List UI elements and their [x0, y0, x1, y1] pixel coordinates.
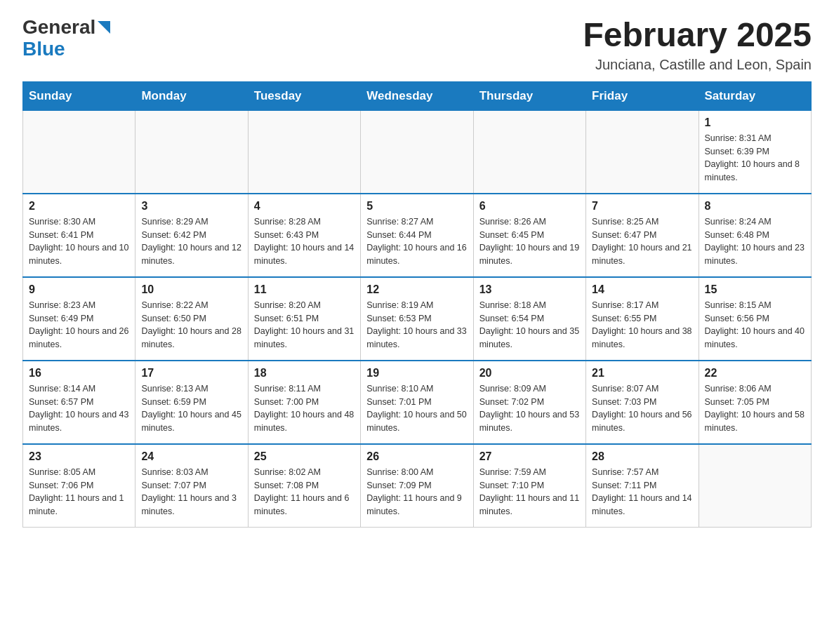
day-number: 25 — [254, 450, 355, 463]
day-info: Sunrise: 8:23 AM Sunset: 6:49 PM Dayligh… — [29, 299, 129, 351]
logo-blue: Blue — [22, 39, 65, 60]
day-info: Sunrise: 8:26 AM Sunset: 6:45 PM Dayligh… — [479, 215, 580, 268]
page-header: General Blue February 2025 Junciana, Cas… — [22, 17, 812, 73]
day-number: 16 — [29, 367, 129, 380]
day-number: 10 — [141, 283, 241, 296]
logo-triangle-icon — [98, 21, 110, 34]
calendar-day-cell: 5Sunrise: 8:27 AM Sunset: 6:44 PM Daylig… — [361, 194, 473, 277]
day-number: 13 — [479, 283, 580, 296]
calendar-week-row: 1Sunrise: 8:31 AM Sunset: 6:39 PM Daylig… — [23, 110, 812, 194]
calendar-day-cell: 20Sunrise: 8:09 AM Sunset: 7:02 PM Dayli… — [473, 361, 585, 444]
calendar-day-cell — [699, 444, 811, 528]
calendar-day-cell: 28Sunrise: 7:57 AM Sunset: 7:11 PM Dayli… — [586, 444, 699, 528]
calendar-day-cell: 27Sunrise: 7:59 AM Sunset: 7:10 PM Dayli… — [473, 444, 585, 528]
calendar-day-cell: 14Sunrise: 8:17 AM Sunset: 6:55 PM Dayli… — [586, 277, 699, 361]
day-number: 20 — [479, 367, 580, 380]
calendar-day-cell: 11Sunrise: 8:20 AM Sunset: 6:51 PM Dayli… — [248, 277, 360, 361]
day-number: 28 — [592, 450, 692, 463]
day-number: 17 — [141, 367, 241, 380]
calendar-day-cell: 23Sunrise: 8:05 AM Sunset: 7:06 PM Dayli… — [23, 444, 135, 528]
calendar-day-cell: 12Sunrise: 8:19 AM Sunset: 6:53 PM Dayli… — [361, 277, 473, 361]
day-of-week-header: Monday — [135, 81, 248, 110]
day-info: Sunrise: 8:14 AM Sunset: 6:57 PM Dayligh… — [29, 382, 129, 435]
day-number: 14 — [592, 283, 692, 296]
calendar-day-cell: 6Sunrise: 8:26 AM Sunset: 6:45 PM Daylig… — [473, 194, 585, 277]
day-info: Sunrise: 8:05 AM Sunset: 7:06 PM Dayligh… — [29, 466, 129, 518]
day-number: 1 — [705, 116, 805, 129]
calendar-day-cell: 4Sunrise: 8:28 AM Sunset: 6:43 PM Daylig… — [248, 194, 360, 277]
calendar-day-cell: 9Sunrise: 8:23 AM Sunset: 6:49 PM Daylig… — [23, 277, 135, 361]
title-block: February 2025 Junciana, Castille and Leo… — [583, 17, 812, 73]
day-number: 8 — [705, 200, 805, 213]
day-number: 4 — [254, 200, 355, 213]
day-info: Sunrise: 8:29 AM Sunset: 6:42 PM Dayligh… — [141, 215, 241, 268]
day-info: Sunrise: 8:03 AM Sunset: 7:07 PM Dayligh… — [141, 466, 241, 518]
day-info: Sunrise: 8:02 AM Sunset: 7:08 PM Dayligh… — [254, 466, 355, 518]
day-number: 26 — [366, 450, 467, 463]
day-number: 9 — [29, 283, 129, 296]
calendar-day-cell: 3Sunrise: 8:29 AM Sunset: 6:42 PM Daylig… — [135, 194, 248, 277]
calendar-day-cell — [135, 110, 248, 194]
calendar-header-row: SundayMondayTuesdayWednesdayThursdayFrid… — [23, 81, 812, 110]
day-info: Sunrise: 8:25 AM Sunset: 6:47 PM Dayligh… — [592, 215, 692, 268]
calendar-day-cell: 16Sunrise: 8:14 AM Sunset: 6:57 PM Dayli… — [23, 361, 135, 444]
day-info: Sunrise: 8:11 AM Sunset: 7:00 PM Dayligh… — [254, 382, 355, 435]
calendar-day-cell: 21Sunrise: 8:07 AM Sunset: 7:03 PM Dayli… — [586, 361, 699, 444]
day-of-week-header: Friday — [586, 81, 699, 110]
calendar-day-cell: 19Sunrise: 8:10 AM Sunset: 7:01 PM Dayli… — [361, 361, 473, 444]
location-subtitle: Junciana, Castille and Leon, Spain — [583, 57, 812, 73]
day-info: Sunrise: 8:07 AM Sunset: 7:03 PM Dayligh… — [592, 382, 692, 435]
calendar-table: SundayMondayTuesdayWednesdayThursdayFrid… — [22, 81, 812, 528]
calendar-day-cell: 1Sunrise: 8:31 AM Sunset: 6:39 PM Daylig… — [699, 110, 811, 194]
calendar-day-cell: 18Sunrise: 8:11 AM Sunset: 7:00 PM Dayli… — [248, 361, 360, 444]
day-number: 5 — [366, 200, 467, 213]
calendar-day-cell: 2Sunrise: 8:30 AM Sunset: 6:41 PM Daylig… — [23, 194, 135, 277]
day-info: Sunrise: 8:30 AM Sunset: 6:41 PM Dayligh… — [29, 215, 129, 268]
calendar-day-cell: 7Sunrise: 8:25 AM Sunset: 6:47 PM Daylig… — [586, 194, 699, 277]
day-number: 27 — [479, 450, 580, 463]
day-info: Sunrise: 8:20 AM Sunset: 6:51 PM Dayligh… — [254, 299, 355, 351]
day-number: 6 — [479, 200, 580, 213]
calendar-day-cell: 13Sunrise: 8:18 AM Sunset: 6:54 PM Dayli… — [473, 277, 585, 361]
day-info: Sunrise: 8:28 AM Sunset: 6:43 PM Dayligh… — [254, 215, 355, 268]
calendar-day-cell: 8Sunrise: 8:24 AM Sunset: 6:48 PM Daylig… — [699, 194, 811, 277]
day-of-week-header: Tuesday — [248, 81, 360, 110]
day-info: Sunrise: 8:19 AM Sunset: 6:53 PM Dayligh… — [366, 299, 467, 351]
day-info: Sunrise: 8:18 AM Sunset: 6:54 PM Dayligh… — [479, 299, 580, 351]
day-number: 21 — [592, 367, 692, 380]
day-number: 12 — [366, 283, 467, 296]
day-of-week-header: Wednesday — [361, 81, 473, 110]
day-info: Sunrise: 7:57 AM Sunset: 7:11 PM Dayligh… — [592, 466, 692, 518]
svg-marker-0 — [98, 21, 110, 34]
day-number: 22 — [705, 367, 805, 380]
day-info: Sunrise: 8:15 AM Sunset: 6:56 PM Dayligh… — [705, 299, 805, 351]
day-number: 2 — [29, 200, 129, 213]
calendar-day-cell: 17Sunrise: 8:13 AM Sunset: 6:59 PM Dayli… — [135, 361, 248, 444]
calendar-week-row: 23Sunrise: 8:05 AM Sunset: 7:06 PM Dayli… — [23, 444, 812, 528]
calendar-day-cell: 24Sunrise: 8:03 AM Sunset: 7:07 PM Dayli… — [135, 444, 248, 528]
calendar-day-cell — [586, 110, 699, 194]
calendar-week-row: 2Sunrise: 8:30 AM Sunset: 6:41 PM Daylig… — [23, 194, 812, 277]
day-info: Sunrise: 8:17 AM Sunset: 6:55 PM Dayligh… — [592, 299, 692, 351]
calendar-day-cell: 26Sunrise: 8:00 AM Sunset: 7:09 PM Dayli… — [361, 444, 473, 528]
logo-general: General — [22, 17, 95, 39]
calendar-day-cell: 25Sunrise: 8:02 AM Sunset: 7:08 PM Dayli… — [248, 444, 360, 528]
day-info: Sunrise: 8:22 AM Sunset: 6:50 PM Dayligh… — [141, 299, 241, 351]
day-info: Sunrise: 8:31 AM Sunset: 6:39 PM Dayligh… — [705, 132, 805, 185]
calendar-day-cell — [23, 110, 135, 194]
day-number: 19 — [366, 367, 467, 380]
calendar-week-row: 16Sunrise: 8:14 AM Sunset: 6:57 PM Dayli… — [23, 361, 812, 444]
calendar-week-row: 9Sunrise: 8:23 AM Sunset: 6:49 PM Daylig… — [23, 277, 812, 361]
day-number: 3 — [141, 200, 241, 213]
day-of-week-header: Saturday — [699, 81, 811, 110]
calendar-day-cell: 15Sunrise: 8:15 AM Sunset: 6:56 PM Dayli… — [699, 277, 811, 361]
calendar-day-cell — [248, 110, 360, 194]
day-info: Sunrise: 8:27 AM Sunset: 6:44 PM Dayligh… — [366, 215, 467, 268]
calendar-day-cell — [361, 110, 473, 194]
day-of-week-header: Sunday — [23, 81, 135, 110]
day-number: 7 — [592, 200, 692, 213]
day-info: Sunrise: 8:10 AM Sunset: 7:01 PM Dayligh… — [366, 382, 467, 435]
calendar-day-cell: 22Sunrise: 8:06 AM Sunset: 7:05 PM Dayli… — [699, 361, 811, 444]
day-info: Sunrise: 7:59 AM Sunset: 7:10 PM Dayligh… — [479, 466, 580, 518]
day-number: 15 — [705, 283, 805, 296]
